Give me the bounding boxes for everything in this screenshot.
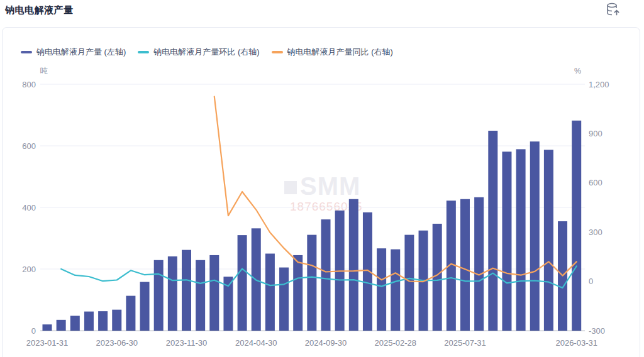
legend-swatch-bar [21,51,32,53]
axis-label: 300 [589,228,602,237]
axis-label: 400 [22,203,36,212]
bar[interactable] [349,199,358,331]
legend-label: 钠电电解液月产量同比 (右轴) [287,47,393,58]
bar[interactable] [168,256,177,331]
bar[interactable] [363,212,372,331]
bar[interactable] [516,149,526,331]
axis-label: 2026-03-31 [555,338,597,348]
bar[interactable] [293,255,303,331]
bar[interactable] [112,310,121,331]
axis-label: % [574,67,581,75]
axis-label: 1,200 [589,80,609,89]
bar[interactable] [377,248,386,331]
axis-label: 0 [589,277,593,286]
mom-line[interactable] [61,266,577,288]
bar[interactable] [238,235,247,331]
legend-swatch-mom-line [138,51,149,53]
axis-label: 2025-02-28 [375,338,417,348]
axis-label: 200 [22,265,36,274]
bar[interactable] [209,255,219,331]
bar[interactable] [98,311,108,331]
axis-label: 600 [22,141,36,151]
axis-label: 2024-04-30 [235,338,277,348]
legend-item-production[interactable]: 钠电电解液月产量 (左轴) [21,47,126,58]
svg-text:SMM: SMM [300,172,360,200]
bar[interactable] [572,121,581,331]
axis-label: 2025-07-31 [444,338,486,348]
bar[interactable] [474,197,484,331]
chart-legend: 钠电电解液月产量 (左轴) 钠电电解液月产量环比 (右轴) 钠电电解液月产量同比… [21,47,393,58]
legend-item-mom[interactable]: 钠电电解液月产量环比 (右轴) [138,47,259,58]
bar[interactable] [488,131,497,331]
bar[interactable] [182,250,191,331]
axis-label: 2023-11-30 [166,338,208,348]
page: { "page": { "title": "钠电电解液产量" }, "toolb… [0,0,644,357]
bar[interactable] [43,324,52,331]
axis-label: 吨 [40,67,48,75]
legend-label: 钠电电解液月产量环比 (右轴) [153,47,259,58]
bar[interactable] [140,282,150,331]
axis-label: 800 [22,80,36,89]
axis-label: -300 [589,326,605,336]
bar[interactable] [70,316,80,331]
legend-item-yoy[interactable]: 钠电电解液月产量同比 (右轴) [272,47,393,58]
bar[interactable] [502,151,511,331]
bar[interactable] [84,312,94,331]
bar[interactable] [196,260,205,331]
axis-label: 900 [589,129,602,138]
axis-label: 600 [589,178,602,187]
axis-label: 2023-01-31 [26,338,69,348]
axis-label: 2024-09-30 [305,338,347,348]
legend-label: 钠电电解液月产量 (左轴) [36,47,126,58]
bar[interactable] [154,260,164,331]
bar[interactable] [307,235,316,331]
bar[interactable] [460,199,470,331]
bar[interactable] [279,268,289,331]
bar[interactable] [126,296,135,331]
bar[interactable] [57,320,66,331]
bar[interactable] [404,235,414,331]
axis-label: 0 [31,326,36,336]
axis-label: 2023-06-30 [96,338,138,348]
bar[interactable] [265,254,275,331]
bar[interactable] [391,250,400,331]
bar[interactable] [321,219,331,331]
legend-swatch-yoy-line [272,51,283,53]
bar[interactable] [544,150,553,331]
bar[interactable] [530,141,540,331]
bar-series[interactable] [43,121,582,331]
